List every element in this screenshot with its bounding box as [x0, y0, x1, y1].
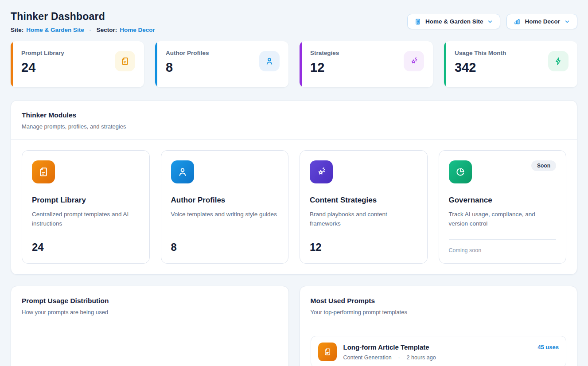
- prompt-item-time: 2 hours ago: [407, 354, 436, 361]
- module-description: Track AI usage, compliance, and version …: [449, 210, 557, 229]
- meta-separator: ·: [398, 354, 400, 361]
- most-used-subtitle: Your top-performing prompt templates: [311, 309, 567, 315]
- prompt-item-meta: Content Generation · 2 hours ago: [343, 354, 436, 361]
- document-icon: [115, 51, 135, 71]
- stat-text: Author Profiles 8: [166, 50, 209, 87]
- module-stat: 8: [171, 241, 279, 253]
- module-title: Prompt Library: [32, 196, 140, 205]
- usage-chart-subtitle: How your prompts are being used: [22, 309, 278, 315]
- most-used-header: Most Used Prompts Your top-performing pr…: [300, 286, 577, 325]
- site-selector-dropdown[interactable]: Home & Garden Site: [407, 14, 501, 29]
- stat-label: Prompt Library: [21, 50, 64, 56]
- soon-badge: Soon: [531, 160, 556, 171]
- header-selectors: Home & Garden Site Home Decor: [407, 14, 577, 29]
- prompt-item-text: Long-form Article Template Content Gener…: [343, 343, 436, 361]
- sparkle-star-icon: [404, 51, 424, 71]
- thinker-modules-panel: Thinker Modules Manage prompts, profiles…: [11, 100, 577, 275]
- sector-label: Sector:: [97, 27, 117, 33]
- stat-text: Prompt Library 24: [21, 50, 64, 87]
- breadcrumb: Site: Home & Garden Site · Sector: Home …: [11, 27, 155, 33]
- uses-badge: 45 uses: [537, 344, 559, 350]
- page-title: Thinker Dashboard: [11, 11, 155, 23]
- stat-label: Strategies: [310, 50, 339, 56]
- stat-text: Usage This Month 342: [455, 50, 506, 87]
- page-header: Thinker Dashboard Site: Home & Garden Si…: [11, 11, 577, 33]
- stat-value: 12: [310, 60, 339, 75]
- modules-panel-header: Thinker Modules Manage prompts, profiles…: [11, 101, 577, 140]
- document-icon: [32, 160, 55, 183]
- breadcrumb-separator: ·: [90, 27, 91, 33]
- building-icon: [414, 18, 421, 25]
- stats-row: Prompt Library 24 Author Profiles 8: [11, 41, 577, 87]
- stat-card-prompt-library: Prompt Library 24: [11, 41, 144, 87]
- module-description: Centralized prompt templates and AI inst…: [32, 210, 140, 229]
- module-card-content-strategies[interactable]: Content Strategies Brand playbooks and c…: [300, 150, 428, 264]
- stat-text: Strategies 12: [310, 50, 339, 87]
- usage-chart-header: Prompt Usage Distribution How your promp…: [11, 286, 288, 325]
- stat-label: Author Profiles: [166, 50, 209, 56]
- lightning-bolt-icon: [548, 51, 569, 71]
- stat-value: 342: [455, 60, 506, 75]
- stat-value: 24: [21, 60, 64, 75]
- user-icon: [259, 51, 280, 71]
- prompt-item-category: Content Generation: [343, 354, 392, 361]
- stat-card-usage: Usage This Month 342: [444, 41, 577, 87]
- stat-value: 8: [166, 60, 209, 75]
- dashboard-page: Thinker Dashboard Site: Home & Garden Si…: [0, 0, 588, 366]
- module-stat: 12: [310, 241, 417, 253]
- module-title: Author Profiles: [171, 196, 279, 205]
- module-stat: 24: [32, 241, 140, 253]
- divider: [449, 239, 557, 240]
- bottom-row: Prompt Usage Distribution How your promp…: [11, 286, 577, 366]
- stat-label: Usage This Month: [455, 50, 506, 56]
- stat-card-strategies: Strategies 12: [300, 41, 433, 87]
- sector-selector-dropdown[interactable]: Home Decor: [506, 14, 577, 29]
- list-item-long-form-article[interactable]: Long-form Article Template Content Gener…: [311, 336, 567, 366]
- header-left: Thinker Dashboard Site: Home & Garden Si…: [11, 11, 155, 33]
- site-selector-label: Home & Garden Site: [425, 18, 483, 25]
- module-description: Voice templates and writing style guides: [171, 210, 279, 219]
- chevron-down-icon: [564, 19, 570, 25]
- sector-selector-label: Home Decor: [525, 18, 560, 25]
- donut-chart-area: 15%: [11, 325, 288, 366]
- chevron-down-icon: [487, 19, 493, 25]
- prompt-list: Long-form Article Template Content Gener…: [300, 325, 577, 366]
- most-used-prompts-card: Most Used Prompts Your top-performing pr…: [300, 286, 578, 366]
- coming-soon-text: Coming soon: [449, 247, 557, 253]
- site-link[interactable]: Home & Garden Site: [26, 27, 84, 33]
- module-card-governance[interactable]: Soon Governance Track AI usage, complian…: [439, 150, 567, 264]
- modules-panel-subtitle: Manage prompts, profiles, and strategies: [22, 123, 566, 130]
- usage-chart-title: Prompt Usage Distribution: [22, 297, 278, 305]
- user-icon: [171, 160, 194, 183]
- prompt-item-title: Long-form Article Template: [343, 343, 436, 351]
- prompt-usage-distribution-card: Prompt Usage Distribution How your promp…: [11, 286, 289, 366]
- bar-chart-icon: [514, 18, 521, 25]
- module-description: Brand playbooks and content frameworks: [310, 210, 417, 229]
- module-title: Governance: [449, 196, 557, 205]
- most-used-title: Most Used Prompts: [311, 297, 567, 305]
- site-label: Site:: [11, 27, 23, 33]
- modules-grid: Prompt Library Centralized prompt templa…: [11, 140, 577, 274]
- module-card-prompt-library[interactable]: Prompt Library Centralized prompt templa…: [22, 150, 150, 264]
- module-card-author-profiles[interactable]: Author Profiles Voice templates and writ…: [161, 150, 289, 264]
- sector-link[interactable]: Home Decor: [120, 27, 155, 33]
- module-title: Content Strategies: [310, 196, 417, 205]
- pie-chart-icon: [449, 160, 472, 183]
- stat-card-author-profiles: Author Profiles 8: [155, 41, 288, 87]
- document-icon: [318, 343, 337, 361]
- modules-panel-title: Thinker Modules: [22, 111, 566, 119]
- sparkle-star-icon: [310, 160, 333, 183]
